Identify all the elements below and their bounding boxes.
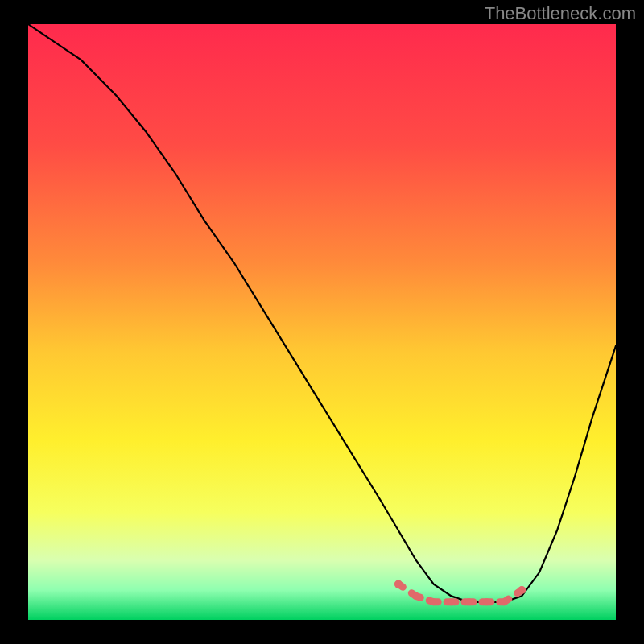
svg-point-1 <box>518 586 526 594</box>
watermark-text: TheBottleneck.com <box>485 3 636 24</box>
svg-point-0 <box>394 580 402 588</box>
chart-container: TheBottleneck.com <box>0 0 644 644</box>
plot-svg <box>28 24 616 620</box>
plot-area <box>28 24 616 620</box>
gradient-background <box>28 24 616 620</box>
